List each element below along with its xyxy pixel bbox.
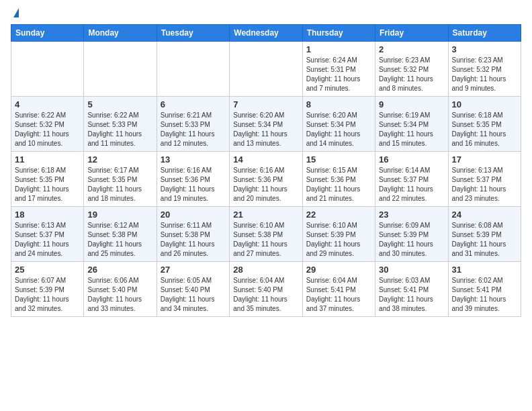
day-info: Sunrise: 6:02 AM Sunset: 5:41 PM Dayligh… [452, 276, 517, 314]
day-cell: 12Sunrise: 6:17 AM Sunset: 5:35 PM Dayli… [84, 152, 157, 207]
day-cell: 20Sunrise: 6:11 AM Sunset: 5:38 PM Dayli… [157, 207, 229, 262]
day-info: Sunrise: 6:22 AM Sunset: 5:32 PM Dayligh… [15, 111, 80, 148]
day-info: Sunrise: 6:17 AM Sunset: 5:35 PM Dayligh… [87, 166, 152, 203]
day-number: 9 [379, 99, 444, 109]
day-number: 16 [379, 154, 444, 165]
day-cell: 26Sunrise: 6:06 AM Sunset: 5:40 PM Dayli… [84, 262, 157, 317]
day-number: 28 [233, 265, 298, 275]
day-info: Sunrise: 6:18 AM Sunset: 5:35 PM Dayligh… [452, 111, 517, 148]
day-info: Sunrise: 6:20 AM Sunset: 5:34 PM Dayligh… [306, 111, 371, 148]
day-info: Sunrise: 6:21 AM Sunset: 5:33 PM Dayligh… [161, 111, 226, 148]
day-info: Sunrise: 6:07 AM Sunset: 5:39 PM Dayligh… [15, 276, 80, 314]
day-cell: 30Sunrise: 6:03 AM Sunset: 5:41 PM Dayli… [375, 262, 448, 317]
day-cell: 11Sunrise: 6:18 AM Sunset: 5:35 PM Dayli… [11, 152, 84, 207]
day-info: Sunrise: 6:22 AM Sunset: 5:33 PM Dayligh… [87, 111, 152, 148]
header-row: SundayMondayTuesdayWednesdayThursdayFrid… [11, 25, 521, 42]
day-info: Sunrise: 6:13 AM Sunset: 5:37 PM Dayligh… [452, 166, 517, 203]
calendar-table: SundayMondayTuesdayWednesdayThursdayFrid… [11, 24, 521, 317]
day-number: 12 [87, 154, 152, 165]
day-number: 31 [452, 265, 517, 275]
day-cell: 3Sunrise: 6:23 AM Sunset: 5:32 PM Daylig… [448, 42, 521, 97]
day-info: Sunrise: 6:04 AM Sunset: 5:40 PM Dayligh… [233, 276, 298, 314]
day-cell: 31Sunrise: 6:02 AM Sunset: 5:41 PM Dayli… [448, 262, 521, 317]
day-number: 18 [15, 210, 80, 220]
day-number: 5 [87, 99, 152, 109]
page-header [11, 11, 521, 17]
day-cell: 28Sunrise: 6:04 AM Sunset: 5:40 PM Dayli… [230, 262, 302, 317]
day-number: 20 [161, 210, 226, 220]
day-number: 17 [452, 154, 517, 165]
day-cell: 23Sunrise: 6:09 AM Sunset: 5:39 PM Dayli… [375, 207, 448, 262]
day-cell: 25Sunrise: 6:07 AM Sunset: 5:39 PM Dayli… [11, 262, 84, 317]
day-cell: 13Sunrise: 6:16 AM Sunset: 5:36 PM Dayli… [157, 152, 229, 207]
day-cell: 19Sunrise: 6:12 AM Sunset: 5:38 PM Dayli… [84, 207, 157, 262]
day-info: Sunrise: 6:10 AM Sunset: 5:38 PM Dayligh… [233, 221, 298, 259]
header-wednesday: Wednesday [230, 25, 302, 42]
day-number: 24 [452, 210, 517, 220]
week-row-5: 25Sunrise: 6:07 AM Sunset: 5:39 PM Dayli… [11, 262, 521, 317]
day-cell: 10Sunrise: 6:18 AM Sunset: 5:35 PM Dayli… [448, 97, 521, 152]
day-info: Sunrise: 6:23 AM Sunset: 5:32 PM Dayligh… [379, 56, 444, 93]
week-row-2: 4Sunrise: 6:22 AM Sunset: 5:32 PM Daylig… [11, 97, 521, 152]
header-sunday: Sunday [11, 25, 84, 42]
day-cell: 17Sunrise: 6:13 AM Sunset: 5:37 PM Dayli… [448, 152, 521, 207]
day-info: Sunrise: 6:03 AM Sunset: 5:41 PM Dayligh… [379, 276, 444, 314]
day-cell: 18Sunrise: 6:13 AM Sunset: 5:37 PM Dayli… [11, 207, 84, 262]
day-cell: 14Sunrise: 6:16 AM Sunset: 5:36 PM Dayli… [230, 152, 302, 207]
day-number: 2 [379, 44, 444, 54]
day-number: 26 [87, 265, 152, 275]
day-cell: 27Sunrise: 6:05 AM Sunset: 5:40 PM Dayli… [157, 262, 229, 317]
header-friday: Friday [375, 25, 448, 42]
day-info: Sunrise: 6:19 AM Sunset: 5:34 PM Dayligh… [379, 111, 444, 148]
day-number: 19 [87, 210, 152, 220]
day-number: 15 [306, 154, 371, 165]
day-info: Sunrise: 6:13 AM Sunset: 5:37 PM Dayligh… [15, 221, 80, 259]
header-monday: Monday [84, 25, 157, 42]
day-info: Sunrise: 6:11 AM Sunset: 5:38 PM Dayligh… [161, 221, 226, 259]
day-cell: 22Sunrise: 6:10 AM Sunset: 5:39 PM Dayli… [302, 207, 375, 262]
day-number: 11 [15, 154, 80, 165]
day-info: Sunrise: 6:24 AM Sunset: 5:31 PM Dayligh… [306, 56, 371, 93]
week-row-3: 11Sunrise: 6:18 AM Sunset: 5:35 PM Dayli… [11, 152, 521, 207]
day-cell: 16Sunrise: 6:14 AM Sunset: 5:37 PM Dayli… [375, 152, 448, 207]
day-cell: 5Sunrise: 6:22 AM Sunset: 5:33 PM Daylig… [84, 97, 157, 152]
day-number: 1 [306, 44, 371, 54]
logo-triangle-icon [13, 8, 19, 17]
day-number: 21 [233, 210, 298, 220]
day-number: 4 [15, 99, 80, 109]
day-info: Sunrise: 6:14 AM Sunset: 5:37 PM Dayligh… [379, 166, 444, 203]
day-number: 7 [233, 99, 298, 109]
day-info: Sunrise: 6:10 AM Sunset: 5:39 PM Dayligh… [306, 221, 371, 259]
day-number: 6 [161, 99, 226, 109]
week-row-4: 18Sunrise: 6:13 AM Sunset: 5:37 PM Dayli… [11, 207, 521, 262]
day-number: 23 [379, 210, 444, 220]
day-info: Sunrise: 6:09 AM Sunset: 5:39 PM Dayligh… [379, 221, 444, 259]
day-number: 30 [379, 265, 444, 275]
week-row-1: 1Sunrise: 6:24 AM Sunset: 5:31 PM Daylig… [11, 42, 521, 97]
day-number: 22 [306, 210, 371, 220]
day-info: Sunrise: 6:16 AM Sunset: 5:36 PM Dayligh… [233, 166, 298, 203]
day-info: Sunrise: 6:12 AM Sunset: 5:38 PM Dayligh… [87, 221, 152, 259]
logo [11, 11, 19, 17]
day-info: Sunrise: 6:06 AM Sunset: 5:40 PM Dayligh… [87, 276, 152, 314]
day-number: 14 [233, 154, 298, 165]
day-number: 3 [452, 44, 517, 54]
day-info: Sunrise: 6:08 AM Sunset: 5:39 PM Dayligh… [452, 221, 517, 259]
day-number: 8 [306, 99, 371, 109]
day-cell: 8Sunrise: 6:20 AM Sunset: 5:34 PM Daylig… [302, 97, 375, 152]
day-number: 27 [161, 265, 226, 275]
day-cell: 9Sunrise: 6:19 AM Sunset: 5:34 PM Daylig… [375, 97, 448, 152]
day-cell: 15Sunrise: 6:15 AM Sunset: 5:36 PM Dayli… [302, 152, 375, 207]
day-cell: 1Sunrise: 6:24 AM Sunset: 5:31 PM Daylig… [302, 42, 375, 97]
day-cell: 4Sunrise: 6:22 AM Sunset: 5:32 PM Daylig… [11, 97, 84, 152]
day-info: Sunrise: 6:20 AM Sunset: 5:34 PM Dayligh… [233, 111, 298, 148]
day-number: 10 [452, 99, 517, 109]
day-cell: 2Sunrise: 6:23 AM Sunset: 5:32 PM Daylig… [375, 42, 448, 97]
day-info: Sunrise: 6:15 AM Sunset: 5:36 PM Dayligh… [306, 166, 371, 203]
day-info: Sunrise: 6:23 AM Sunset: 5:32 PM Dayligh… [452, 56, 517, 93]
day-cell: 24Sunrise: 6:08 AM Sunset: 5:39 PM Dayli… [448, 207, 521, 262]
day-number: 29 [306, 265, 371, 275]
day-number: 25 [15, 265, 80, 275]
day-info: Sunrise: 6:18 AM Sunset: 5:35 PM Dayligh… [15, 166, 80, 203]
day-info: Sunrise: 6:16 AM Sunset: 5:36 PM Dayligh… [161, 166, 226, 203]
